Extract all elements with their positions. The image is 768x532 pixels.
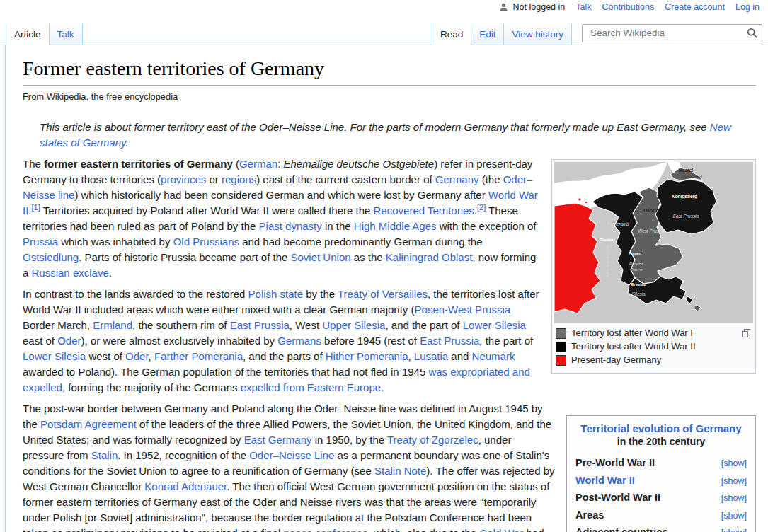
text-link[interactable]: expelled from Eastern Europe (241, 381, 381, 393)
text-link[interactable]: High Middle Ages (354, 220, 437, 232)
text-link[interactable]: Lower Silesia (23, 350, 86, 362)
text-link[interactable]: East Germany (244, 434, 312, 446)
region-east-prussia (655, 179, 716, 234)
text-link[interactable]: New states of Germany (40, 121, 731, 149)
infobox-subtitle: in the 20th century (575, 435, 747, 448)
text-link[interactable]: Germany (435, 173, 479, 185)
text-link[interactable]: regions (222, 173, 256, 185)
text-link[interactable]: provinces (161, 173, 206, 185)
personal-link-talk[interactable]: Talk (575, 2, 591, 12)
text-link[interactable]: Oder (125, 350, 149, 362)
text-link[interactable]: Stalin Note (374, 465, 426, 477)
text-span: former eastern territories of Germany (44, 158, 233, 170)
text-link[interactable]: Cold War (479, 527, 523, 532)
infobox-row: Pre-World War II[show] (575, 454, 747, 472)
text-link[interactable]: German (239, 158, 277, 170)
text-link[interactable]: Potsdam Agreement (40, 418, 137, 430)
text-link[interactable]: peace conference (284, 527, 368, 532)
tab-bar: ArticleTalk ReadEditView history (0, 23, 768, 45)
legend-row: Territory lost after World War II (556, 341, 750, 352)
legend-row: Territory lost after World War I (556, 328, 750, 339)
map-image[interactable]: MemelMemellandKönigsbergEast PrussiaDanz… (554, 162, 753, 323)
infobox-row-label: Post-World War II (575, 492, 660, 503)
personal-link-not-logged-in[interactable]: Not logged in (513, 2, 566, 12)
infobox-row-label: Pre-World War II (575, 457, 655, 468)
map-label: East Brandenburg (605, 245, 609, 277)
show-toggle[interactable]: [show] (721, 528, 747, 532)
legend-label: Territory lost after World War II (571, 341, 696, 352)
text-link[interactable]: Hither Pomerania (326, 350, 408, 362)
text-link[interactable]: East Prussia (230, 319, 290, 331)
text-link[interactable]: Oder (57, 335, 81, 347)
legend-label: Territory lost after World War I (571, 328, 693, 339)
site-subtitle: From Wikipedia, the free encyclopedia (23, 91, 756, 102)
text-link[interactable]: Prussia (23, 236, 58, 248)
magnify-icon[interactable] (742, 329, 750, 337)
text-span: Ehemalige deutsche Ostgebiete (283, 158, 434, 170)
legend-swatch (556, 328, 566, 339)
reference-link[interactable]: [2] (477, 203, 486, 212)
tab-edit[interactable]: Edit (471, 23, 503, 45)
infobox-territorial-evolution: Territorial evolution of Germany in the … (566, 415, 756, 532)
text-link[interactable]: Oder–Neisse Line (249, 449, 334, 461)
infobox-title-link[interactable]: Territorial evolution of Germany (575, 422, 747, 435)
search-input[interactable] (589, 27, 747, 39)
map-label: West Prussia (638, 229, 665, 233)
map-thumbnail: MemelMemellandKönigsbergEast PrussiaDanz… (551, 159, 756, 374)
user-icon (499, 3, 508, 12)
text-link[interactable]: East Prussia (420, 335, 479, 347)
text-link[interactable]: Piast dynasty (259, 220, 322, 232)
personal-link-log-in[interactable]: Log in (735, 2, 760, 12)
text-link[interactable]: Old Prussians (173, 236, 239, 248)
text-link[interactable]: Polish state (248, 288, 304, 300)
text-link[interactable]: Konrad Adenauer (144, 480, 227, 492)
search-box[interactable] (582, 24, 762, 42)
personal-link-create-account[interactable]: Create account (665, 2, 725, 12)
personal-link-contributions[interactable]: Contributions (602, 2, 655, 12)
search-icon[interactable] (747, 28, 757, 38)
text-link[interactable]: Russian exclave (32, 267, 109, 279)
personal-bar: Not logged inTalkContributionsCreate acc… (499, 1, 760, 13)
map-label: East Prussia (673, 214, 699, 219)
show-toggle[interactable]: [show] (721, 458, 747, 468)
infobox-row-label[interactable]: World War II (575, 475, 635, 486)
map-label: Silesia (631, 291, 646, 296)
text-link[interactable]: Recovered Territories (374, 204, 474, 216)
text-link[interactable]: Stalin (91, 449, 118, 461)
reference-link[interactable]: [1] (32, 203, 40, 212)
text-link[interactable]: Lusatia (414, 350, 448, 362)
map-label: Pomerania (607, 221, 629, 226)
legend-swatch (556, 342, 566, 352)
text-link[interactable]: Ermland (93, 319, 132, 331)
tab-article[interactable]: Article (6, 23, 49, 45)
text-link[interactable]: Treaty of Versailles (338, 288, 428, 300)
text-link[interactable]: Posen-West Prussia (415, 303, 511, 316)
legend-swatch (556, 355, 566, 366)
tab-talk[interactable]: Talk (49, 23, 83, 45)
text-link[interactable]: Germans (277, 335, 321, 347)
map-caption: Territory lost after World War ITerritor… (554, 323, 753, 371)
text-link[interactable]: Neumark (472, 350, 515, 362)
tab-view-history[interactable]: View history (503, 23, 572, 45)
map-label: Posen (629, 251, 641, 255)
show-toggle[interactable]: [show] (721, 493, 747, 503)
infobox-row-label: Adjacent countries (575, 526, 668, 532)
map-label: Königsberg (672, 194, 697, 200)
text-link[interactable]: Soviet Union (291, 251, 351, 263)
show-toggle[interactable]: [show] (721, 511, 747, 521)
map-label: Breslau (631, 282, 646, 287)
text-link[interactable]: Upper Silesia (322, 319, 385, 331)
map-label: Memel (679, 168, 693, 173)
text-link[interactable]: Treaty of Zgorzelec (387, 434, 478, 446)
text-link[interactable]: Ostsiedlung (23, 251, 79, 263)
show-toggle[interactable]: [show] (721, 476, 747, 486)
text-link[interactable]: Lower Silesia (463, 319, 526, 331)
infobox-row-label: Areas (575, 509, 604, 521)
text-link[interactable]: Kaliningrad Oblast (386, 251, 473, 263)
legend-label: Present-day Germany (571, 354, 661, 366)
text-link[interactable]: Farther Pomerania (154, 350, 243, 362)
tab-read[interactable]: Read (432, 23, 471, 45)
infobox-row: World War II[show] (575, 472, 747, 490)
infobox-row: Areas[show] (575, 507, 747, 524)
infobox-row: Adjacent countries[show] (575, 524, 747, 532)
